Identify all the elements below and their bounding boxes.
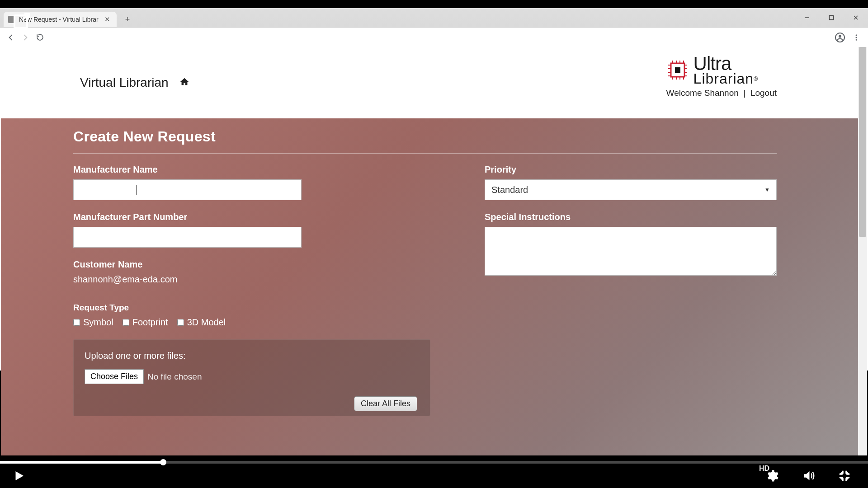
left-column: Manufacturer Name Manufacturer Part Numb… (73, 164, 430, 416)
special-instructions-label: Special Instructions (485, 212, 777, 222)
checkbox-symbol-label: Symbol (83, 317, 113, 328)
svg-point-8 (856, 37, 857, 38)
registered-mark: ® (754, 75, 758, 82)
no-file-chosen-text: No file chosen (147, 372, 202, 382)
kebab-menu-button[interactable] (848, 29, 864, 46)
exit-fullscreen-icon[interactable] (835, 467, 854, 485)
svg-rect-11 (675, 67, 680, 73)
checkbox-footprint[interactable]: Footprint (123, 317, 168, 328)
manufacturer-name-input[interactable] (73, 179, 302, 200)
page-title: Create New Request (73, 128, 777, 145)
checkbox-3d-model-label: 3D Model (187, 317, 226, 328)
minimize-button[interactable] (795, 8, 819, 27)
priority-selected-value: Standard (491, 185, 528, 195)
page-scrollbar[interactable] (858, 47, 867, 455)
new-tab-button[interactable]: + (121, 13, 134, 26)
site-header: Virtual Librarian (1, 47, 867, 118)
content: Create New Request Manufacturer Name Man… (1, 118, 858, 434)
manufacturer-part-label: Manufacturer Part Number (73, 212, 430, 222)
chevron-down-icon: ▼ (764, 187, 770, 193)
settings-gear-icon[interactable] (763, 467, 781, 485)
svg-point-7 (856, 34, 857, 36)
svg-point-9 (856, 39, 857, 40)
window-controls (795, 8, 868, 27)
request-type-label: Request Type (73, 303, 430, 313)
choose-files-button[interactable]: Choose Files (85, 369, 144, 384)
manufacturer-name-label: Manufacturer Name (73, 164, 430, 175)
welcome-separator: | (743, 88, 745, 98)
tab-close-icon[interactable]: ✕ (103, 15, 112, 23)
logo-mark-icon (666, 59, 689, 81)
share-icon (12, 10, 33, 33)
play-button[interactable] (10, 467, 28, 485)
logo-text-main: Ultra (693, 55, 758, 72)
clear-all-files-button[interactable]: Clear All Files (354, 396, 417, 411)
priority-label: Priority (485, 164, 777, 175)
checkbox-3d-model-input[interactable] (177, 319, 184, 326)
scrollbar-thumb[interactable] (859, 47, 866, 237)
address-bar-row (0, 27, 868, 47)
divider (73, 153, 777, 154)
text-cursor-icon (137, 185, 137, 195)
tab-strip: New Request - Virtual Librar ✕ + (0, 8, 868, 27)
letterbox-top (0, 0, 868, 8)
priority-select[interactable]: Standard ▼ (485, 179, 777, 200)
checkbox-symbol-input[interactable] (73, 319, 80, 326)
maximize-button[interactable] (819, 8, 844, 27)
upload-label: Upload one or more files: (85, 351, 419, 361)
special-instructions-textarea[interactable] (485, 227, 777, 276)
customer-name-value: shannonh@ema-eda.com (73, 274, 430, 285)
manufacturer-part-input[interactable] (73, 227, 302, 248)
volume-icon[interactable] (799, 467, 817, 485)
checkbox-3d-model[interactable]: 3D Model (177, 317, 226, 328)
page-viewport: Virtual Librarian (1, 47, 867, 455)
welcome-text: Welcome Shannon (666, 88, 739, 98)
close-window-button[interactable] (844, 8, 868, 27)
browser-chrome: New Request - Virtual Librar ✕ + (0, 8, 868, 47)
upload-box: Upload one or more files: Choose Files N… (73, 339, 430, 416)
svg-rect-2 (830, 16, 834, 20)
svg-point-6 (839, 35, 841, 38)
brand-right: Ultra Librarian® Welcome Shannon | Logou… (666, 55, 777, 98)
logout-link[interactable]: Logout (750, 88, 777, 98)
right-column: Priority Standard ▼ Special Instructions (485, 164, 777, 416)
brand-title: Virtual Librarian (80, 75, 169, 90)
checkbox-footprint-label: Footprint (132, 317, 168, 328)
ultra-librarian-logo: Ultra Librarian® (666, 55, 777, 85)
checkbox-symbol[interactable]: Symbol (73, 317, 113, 328)
customer-name-label: Customer Name (73, 259, 430, 270)
home-icon[interactable] (179, 77, 189, 89)
checkbox-footprint-input[interactable] (123, 319, 129, 326)
reload-button[interactable] (33, 30, 47, 45)
logo-text-sub: Librarian (693, 70, 754, 87)
profile-button[interactable] (832, 29, 848, 46)
